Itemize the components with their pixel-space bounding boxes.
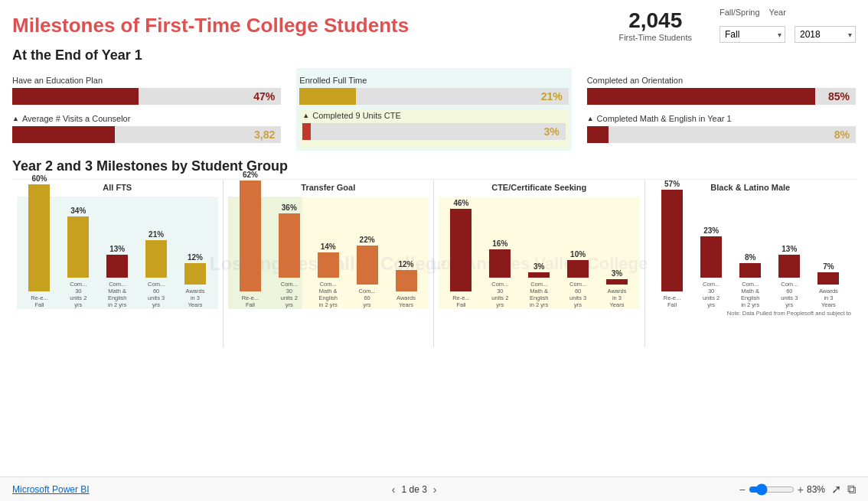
footer-right: − + 83% ➚ ⧉ bbox=[739, 482, 856, 496]
counselor-value: 3,82 bbox=[254, 129, 275, 141]
metric-math-english: ▲ Completed Math & English in Year 1 8% bbox=[587, 109, 856, 148]
zoom-out-button[interactable]: − bbox=[739, 483, 746, 496]
zoom-slider[interactable] bbox=[749, 483, 795, 496]
metric-counselor-label: ▲ Average # Visits a Counselor bbox=[12, 114, 281, 123]
metric-math-english-label: ▲ Completed Math & English in Year 1 bbox=[587, 114, 856, 123]
bl-bar-5: 7% Awardsin 3Years bbox=[817, 262, 839, 308]
stats-box: 2,045 First-Time Students bbox=[618, 8, 692, 42]
metric-education-plan: Have an Education Plan 47% bbox=[12, 71, 281, 109]
page-nav: ‹ 1 de 3 › bbox=[392, 483, 437, 496]
enrolled-value: 21% bbox=[541, 90, 563, 102]
year23-section-title: Year 2 and 3 Milestones by Student Group bbox=[12, 158, 856, 174]
season-select[interactable]: Fall Spring Fall/Spring bbox=[720, 26, 785, 43]
allfts-bar-1: 60% Re-e...Fall bbox=[28, 174, 50, 308]
share-button[interactable]: ➚ bbox=[831, 482, 841, 496]
prev-page-button[interactable]: ‹ bbox=[392, 483, 396, 496]
year1-section-title: At the End of Year 1 bbox=[12, 47, 856, 63]
season-filter-label: Fall/Spring bbox=[720, 8, 760, 17]
powerbi-link[interactable]: Microsoft Power BI bbox=[12, 484, 90, 495]
bl-bar-1: 57% Re-e...Fall bbox=[661, 180, 683, 308]
year-filter-label: Year bbox=[769, 8, 786, 17]
zoom-control: − + 83% bbox=[739, 483, 825, 496]
transfer-bar-4: 22% Com...60yrs bbox=[357, 236, 378, 308]
education-plan-bar: 47% bbox=[12, 88, 281, 105]
group-all-fts: All FTS 60% Re-e...Fall 34% Com...30unit… bbox=[12, 180, 224, 347]
metric-orientation: Completed an Orientation 85% bbox=[587, 71, 856, 109]
enrolled-bar: 21% bbox=[299, 88, 568, 105]
cte-bar-3: 3% Com...Math &Englishin 2 yrs bbox=[528, 262, 550, 308]
cte-value: 3% bbox=[543, 125, 559, 138]
page-indicator: 1 de 3 bbox=[401, 484, 426, 495]
bl-bar-3: 8% Com...Math &Englishin 2 yrs bbox=[739, 253, 761, 308]
allfts-bar-3: 13% Com...Math &Englishin 2 yrs bbox=[106, 245, 128, 308]
zoom-percent: 83% bbox=[807, 484, 825, 495]
group-cte-title: CTE/Certificate Seeking bbox=[439, 183, 640, 192]
transfer-bar-2: 36% Com...30units 2yrs bbox=[279, 203, 300, 308]
cte-bar-1: 46% Re-e...Fall bbox=[450, 199, 472, 308]
bl-bar-4: 13% Com...60units 3yrs bbox=[778, 245, 800, 308]
page-title: Milestones of First-Time College Student… bbox=[12, 14, 603, 37]
orientation-value: 85% bbox=[828, 90, 850, 102]
allfts-bar-5: 12% Awardsin 3Years bbox=[184, 253, 206, 308]
bl-bar-2: 23% Com...30units 2yrs bbox=[700, 226, 722, 308]
group-cte: CTE/Certificate Seeking 46% Re-e...Fall … bbox=[434, 180, 645, 347]
cte-bar-2: 16% Com...30units 2yrs bbox=[489, 239, 511, 308]
fullscreen-button[interactable]: ⧉ bbox=[847, 483, 856, 496]
year-select[interactable]: 2016 2017 2018 2019 bbox=[795, 26, 856, 43]
metric-orientation-label: Completed an Orientation bbox=[587, 76, 856, 85]
cte-bar: 3% bbox=[302, 123, 565, 140]
transfer-bar-3: 14% Com...Math &Englishin 2 yrs bbox=[318, 242, 339, 308]
group-transfer: Transfer Goal 62% Re-e...Fall 36% Com...… bbox=[224, 180, 435, 347]
education-plan-value: 47% bbox=[253, 90, 275, 102]
allfts-bar-4: 21% Com...60units 3yrs bbox=[145, 230, 167, 308]
season-select-wrapper[interactable]: Fall Spring Fall/Spring bbox=[720, 26, 785, 43]
next-page-button[interactable]: › bbox=[433, 483, 437, 496]
transfer-bar-5: 12% AwardsYears bbox=[396, 260, 417, 308]
metric-cte-label: ▲ Completed 9 Units CTE bbox=[302, 111, 565, 120]
year-select-wrapper[interactable]: 2016 2017 2018 2019 bbox=[795, 26, 856, 43]
filter-group: Fall/Spring Year Fall Spring Fall/Spring… bbox=[720, 8, 856, 43]
cte-bar-5: 3% Awardsin 3Years bbox=[606, 269, 628, 308]
metric-education-plan-label: Have an Education Plan bbox=[12, 76, 281, 85]
data-note: Note: Data Pulled from Peoplesoft and su… bbox=[650, 310, 852, 317]
metric-enrolled: Enrolled Full Time 21% bbox=[299, 71, 568, 109]
metric-counselor: ▲ Average # Visits a Counselor 3,82 bbox=[12, 109, 281, 148]
cte-bar-4: 10% Com...60units 3yrs bbox=[567, 250, 589, 308]
counselor-bar: 3,82 bbox=[12, 126, 281, 143]
student-label: First-Time Students bbox=[618, 33, 692, 42]
math-english-value: 8% bbox=[834, 129, 850, 141]
metric-enrolled-label: Enrolled Full Time bbox=[299, 76, 568, 85]
zoom-in-button[interactable]: + bbox=[798, 483, 804, 496]
math-english-bar: 8% bbox=[587, 126, 856, 143]
student-count: 2,045 bbox=[628, 8, 682, 33]
metric-cte: ▲ Completed 9 Units CTE 3% bbox=[299, 109, 568, 148]
allfts-bar-2: 34% Com...30units 2yrs bbox=[67, 207, 89, 308]
orientation-bar: 85% bbox=[587, 88, 856, 105]
transfer-bar-1: 62% Re-e...Fall bbox=[240, 171, 261, 308]
group-black-latino: Black & Latino Male 57% Re-e...Fall 23% … bbox=[645, 180, 857, 347]
